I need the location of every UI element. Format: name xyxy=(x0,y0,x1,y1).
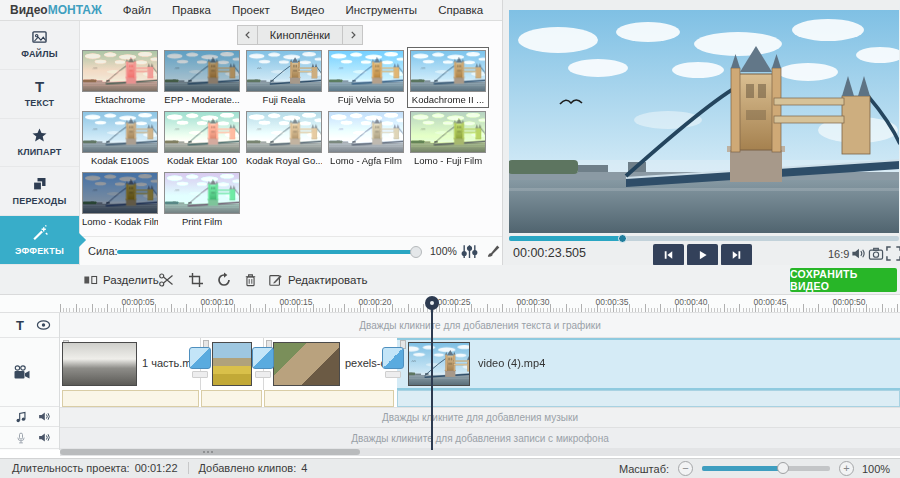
transition-3[interactable] xyxy=(381,347,405,378)
aspect-ratio-label[interactable]: 16:9 xyxy=(828,248,849,260)
menu-edit[interactable]: Правка xyxy=(172,4,211,16)
zoom-slider-thumb[interactable] xyxy=(777,462,789,474)
next-frame-button[interactable] xyxy=(721,244,752,266)
zoom-controls: Масштаб: − + 100% xyxy=(619,461,892,476)
eye-icon[interactable] xyxy=(36,319,51,331)
split-icon xyxy=(83,273,98,287)
zoom-slider[interactable] xyxy=(702,466,830,471)
effect-thumbnail xyxy=(164,172,240,214)
mixer-settings-icon[interactable] xyxy=(461,243,478,260)
save-video-button[interactable]: СОХРАНИТЬ ВИДЕО xyxy=(790,268,897,292)
scrollbar-thumb[interactable] xyxy=(60,449,360,455)
effect-fuji-reala[interactable]: Fuji Reala xyxy=(246,50,322,105)
mic-track[interactable]: Дважды кликните для добавления записи с … xyxy=(60,427,900,448)
effect-kodak-ektar[interactable]: Kodak Ektar 100 xyxy=(164,111,240,166)
music-volume-icon[interactable] xyxy=(37,410,51,423)
effect-kodak-royal[interactable]: Kodak Royal Go... xyxy=(246,111,322,166)
volume-icon[interactable] xyxy=(850,246,866,261)
sidebar-item-clipart[interactable]: КЛИПАРТ xyxy=(0,119,79,168)
menu-video[interactable]: Видео xyxy=(291,4,325,16)
timeline-scrollbar[interactable] xyxy=(60,448,900,456)
effect-thumbnail xyxy=(246,50,322,92)
zoom-out-button[interactable]: − xyxy=(678,461,693,476)
music-track[interactable]: Дважды кликните для добавления музыки xyxy=(60,407,900,427)
menu-help[interactable]: Справка xyxy=(438,4,483,16)
edit-clip-button[interactable]: Редактировать xyxy=(262,269,373,291)
audio-segment-2[interactable] xyxy=(201,390,262,407)
app-logo: ВидеоМОНТАЖ xyxy=(10,3,102,17)
mic-track-header xyxy=(0,427,59,449)
sidebar-item-effects[interactable]: ЭФФЕКТЫ xyxy=(0,216,79,265)
delete-trash-icon[interactable] xyxy=(243,272,258,288)
effect-fuji-velvia[interactable]: Fuji Velvia 50 xyxy=(328,50,404,105)
sidebar-item-files[interactable]: ФАЙЛЫ xyxy=(0,21,79,70)
timeline: 00:00:05 00:00:10 00:00:15 00:00:20 00:0… xyxy=(0,295,900,458)
text-track-icon: T xyxy=(16,318,24,333)
effect-epp-moderate[interactable]: EPP - Moderate... xyxy=(164,50,240,105)
category-label[interactable]: Киноплёнки xyxy=(258,25,342,45)
layers-icon xyxy=(31,176,48,192)
menu-file[interactable]: Файл xyxy=(123,4,151,16)
strength-slider-thumb[interactable] xyxy=(410,246,422,258)
audio-segment-3[interactable] xyxy=(264,390,394,407)
split-button[interactable]: Разделить xyxy=(77,269,165,291)
transition-1[interactable] xyxy=(188,347,212,378)
track-headers: T xyxy=(0,313,60,450)
fullscreen-icon[interactable] xyxy=(886,246,900,261)
play-button[interactable] xyxy=(687,244,718,266)
clip-2-thumbnail[interactable] xyxy=(212,342,252,386)
clips-count-value: 4 xyxy=(301,462,307,474)
zoom-in-button[interactable]: + xyxy=(839,461,854,476)
sidebar-item-transitions[interactable]: ПЕРЕХОДЫ xyxy=(0,167,79,216)
clip-1-thumbnail[interactable] xyxy=(62,342,137,386)
project-stats: Длительность проекта: 00:01:22 Добавлено… xyxy=(12,462,307,474)
effect-thumbnail xyxy=(328,50,404,92)
category-next-button[interactable] xyxy=(342,25,363,45)
scissors-icon[interactable] xyxy=(158,272,175,288)
effect-ektachrome[interactable]: Ektachrome xyxy=(82,50,158,105)
effect-thumbnail xyxy=(410,50,486,92)
seekbar-thumb[interactable] xyxy=(618,234,627,243)
transition-2[interactable] xyxy=(251,347,275,378)
effect-lomo-kodak[interactable]: Lomo - Kodak Film xyxy=(82,172,158,227)
menu-project[interactable]: Проект xyxy=(232,4,270,16)
text-track[interactable]: Дважды кликните для добавления текста и … xyxy=(60,313,900,338)
clear-effect-brush-icon[interactable] xyxy=(486,243,501,259)
timeline-ruler[interactable]: 00:00:05 00:00:10 00:00:15 00:00:20 00:0… xyxy=(0,295,900,313)
clip-audio-strip xyxy=(60,390,900,407)
effect-thumbnail xyxy=(82,50,158,92)
preview-timecode: 00:00:23.505 xyxy=(513,246,586,260)
preview-seekbar[interactable] xyxy=(509,236,899,241)
strength-label: Сила: xyxy=(88,245,118,257)
menu-tools[interactable]: Инструменты xyxy=(345,4,417,16)
rotate-icon[interactable] xyxy=(216,272,232,288)
clips-count-label: Добавлено клипов: xyxy=(199,462,297,474)
prev-frame-button[interactable] xyxy=(653,244,684,266)
project-duration-label: Длительность проекта: xyxy=(12,462,130,474)
zoom-slider-fill xyxy=(702,466,783,471)
image-icon xyxy=(31,30,48,45)
sidebar-item-text[interactable]: T ТЕКСТ xyxy=(0,70,79,119)
video-track[interactable]: 1 часть.mp4 pexels-c-t video (4).mp4 xyxy=(60,338,900,390)
audio-segment-1[interactable] xyxy=(62,390,199,407)
clip-4-thumbnail[interactable] xyxy=(408,342,470,386)
effect-kodachrome-selected[interactable]: Kodachrome II ... xyxy=(407,47,489,108)
clip-3-thumbnail[interactable] xyxy=(273,342,340,386)
category-prev-button[interactable] xyxy=(237,25,258,45)
effect-kodak-e100s[interactable]: Kodak E100S xyxy=(82,111,158,166)
playhead-handle[interactable] xyxy=(425,296,439,310)
effect-print-film[interactable]: Print Film xyxy=(164,172,240,227)
clip-4-label[interactable]: video (4).mp4 xyxy=(478,357,545,369)
effect-lomo-agfa[interactable]: Lomo - Agfa Film xyxy=(328,111,404,166)
sidebar-item-label: ПЕРЕХОДЫ xyxy=(13,196,67,206)
strength-slider[interactable] xyxy=(117,250,415,254)
text-icon: T xyxy=(35,79,44,94)
microphone-icon xyxy=(15,431,27,445)
video-camera-icon xyxy=(13,365,31,380)
snapshot-camera-icon[interactable] xyxy=(868,246,884,261)
crop-icon[interactable] xyxy=(188,272,204,288)
edit-pencil-icon xyxy=(268,273,283,287)
mic-volume-icon[interactable] xyxy=(37,431,51,444)
effect-lomo-fuji[interactable]: Lomo - Fuji Film xyxy=(410,111,486,166)
audio-segment-4[interactable] xyxy=(397,390,900,407)
